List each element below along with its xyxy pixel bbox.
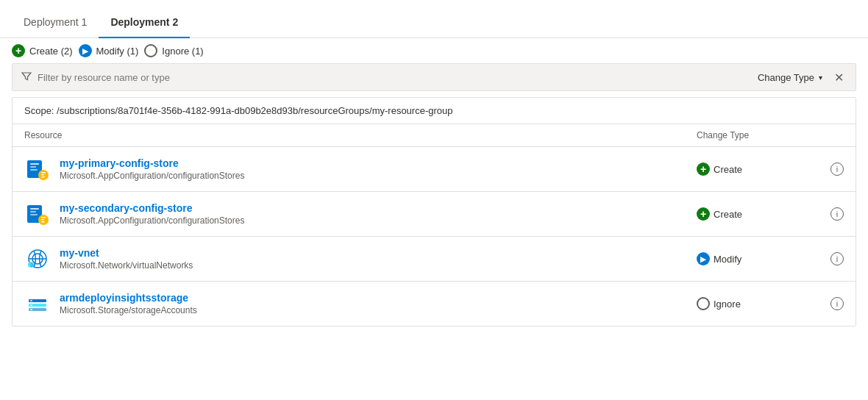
ignore-badge-icon xyxy=(697,297,710,310)
modify-icon: ▶ xyxy=(79,44,92,57)
scope-label: Scope: /subscriptions/8a701f4e-356b-4182… xyxy=(13,98,855,124)
table-row: my-secondary-config-store Microsoft.AppC… xyxy=(13,192,855,237)
tabs-bar: Deployment 1 Deployment 2 xyxy=(0,0,868,38)
info-icon[interactable]: i xyxy=(830,207,844,221)
resource-name[interactable]: my-secondary-config-store xyxy=(60,202,697,214)
resource-name[interactable]: armdeployinsightsstorage xyxy=(60,292,697,304)
change-type-button[interactable]: Change Type ▾ xyxy=(752,69,828,86)
ignore-icon xyxy=(144,44,157,57)
resource-icon-appconfig xyxy=(24,156,51,182)
tab-deployment1[interactable]: Deployment 1 xyxy=(12,7,99,38)
badge-modify-label: Modify (1) xyxy=(96,46,139,57)
resource-info: armdeployinsightsstorage Microsoft.Stora… xyxy=(60,292,697,315)
info-icon[interactable]: i xyxy=(830,297,844,310)
close-filter-button[interactable]: ✕ xyxy=(831,68,847,88)
change-type-value: Modify xyxy=(714,254,741,265)
resource-icon-appconfig xyxy=(24,201,51,227)
resource-info: my-primary-config-store Microsoft.AppCon… xyxy=(60,157,697,181)
svg-rect-26 xyxy=(30,309,32,310)
svg-rect-13 xyxy=(41,217,46,218)
change-badge-modify: ▶ Modify xyxy=(697,252,741,265)
badge-create-label: Create (2) xyxy=(29,46,73,57)
svg-rect-14 xyxy=(41,219,44,221)
tab-deployment2[interactable]: Deployment 2 xyxy=(99,7,190,38)
change-badge-create: + Create xyxy=(697,207,742,221)
resource-type: Microsoft.Storage/storageAccounts xyxy=(60,305,697,315)
resource-info: my-secondary-config-store Microsoft.AppC… xyxy=(60,202,697,226)
table-header: Resource Change Type xyxy=(13,124,855,147)
svg-rect-9 xyxy=(30,208,39,210)
svg-rect-25 xyxy=(30,304,32,306)
svg-rect-11 xyxy=(30,214,38,215)
svg-rect-24 xyxy=(30,300,32,301)
svg-rect-5 xyxy=(41,172,46,174)
change-type-cell: Ignore i xyxy=(697,297,844,310)
modify-badge-icon: ▶ xyxy=(697,252,710,265)
resources-table: Scope: /subscriptions/8a701f4e-356b-4182… xyxy=(12,97,856,326)
change-type-value: Create xyxy=(714,164,742,175)
svg-rect-2 xyxy=(30,166,36,168)
change-type-value: Create xyxy=(714,209,742,220)
search-filter-area: Change Type ▾ ✕ xyxy=(12,63,856,91)
search-input[interactable] xyxy=(38,72,752,83)
change-type-cell: + Create i xyxy=(697,207,844,221)
create-icon: + xyxy=(12,44,25,57)
resource-name[interactable]: my-vnet xyxy=(60,247,697,259)
change-badge-create: + Create xyxy=(697,162,742,176)
svg-rect-1 xyxy=(30,163,39,165)
change-type-cell: + Create i xyxy=(697,162,844,176)
svg-rect-10 xyxy=(30,211,36,213)
header-resource: Resource xyxy=(24,130,697,140)
info-icon[interactable]: i xyxy=(830,162,844,176)
resource-type: Microsoft.AppConfiguration/configuration… xyxy=(60,171,697,181)
info-icon[interactable]: i xyxy=(830,252,844,265)
resource-type: Microsoft.AppConfiguration/configuration… xyxy=(60,215,697,226)
change-type-cell: ▶ Modify i xyxy=(697,252,844,265)
badge-modify[interactable]: ▶ Modify (1) xyxy=(79,44,139,57)
chevron-down-icon: ▾ xyxy=(819,74,822,82)
badge-filter-row: + Create (2) ▶ Modify (1) Ignore (1) xyxy=(0,38,868,63)
change-type-value: Ignore xyxy=(714,299,741,310)
filter-icon xyxy=(21,71,32,84)
badge-create[interactable]: + Create (2) xyxy=(12,44,73,57)
svg-rect-7 xyxy=(41,176,45,178)
table-row: my-primary-config-store Microsoft.AppCon… xyxy=(13,147,855,192)
resource-type: Microsoft.Network/virtualNetworks xyxy=(60,260,697,271)
header-change-type: Change Type xyxy=(697,130,844,140)
svg-rect-3 xyxy=(30,169,38,171)
resource-info: my-vnet Microsoft.Network/virtualNetwork… xyxy=(60,247,697,271)
badge-ignore-label: Ignore (1) xyxy=(162,46,203,57)
change-type-label: Change Type xyxy=(758,72,814,83)
create-badge-icon: + xyxy=(697,207,710,221)
resource-icon-storage xyxy=(24,290,51,317)
badge-ignore[interactable]: Ignore (1) xyxy=(144,44,203,57)
svg-rect-6 xyxy=(41,174,44,176)
resource-name[interactable]: my-primary-config-store xyxy=(60,157,697,169)
table-row: ⟨⟩ my-vnet Microsoft.Network/virtualNetw… xyxy=(13,237,855,282)
change-badge-ignore: Ignore xyxy=(697,297,741,310)
create-badge-icon: + xyxy=(697,162,710,176)
resource-icon-vnet: ⟨⟩ xyxy=(24,246,51,272)
svg-rect-15 xyxy=(41,221,45,223)
svg-text:⟨⟩: ⟨⟩ xyxy=(30,262,33,267)
table-row: armdeployinsightsstorage Microsoft.Stora… xyxy=(13,282,855,326)
